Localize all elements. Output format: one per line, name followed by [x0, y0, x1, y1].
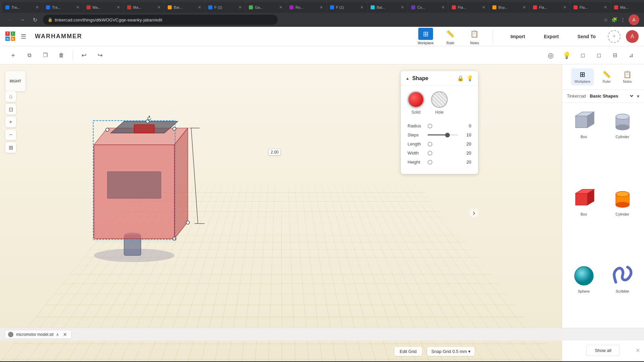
file-tag[interactable]: micromotor model.stl ∧ ✕ — [5, 330, 71, 339]
tab-0[interactable]: Tra...✕ — [2, 2, 42, 13]
mirror-tool[interactable]: ⊿ — [625, 49, 637, 62]
dimension-line — [191, 128, 198, 224]
panel-collapse-arrow[interactable]: › — [469, 208, 479, 218]
tab-13[interactable]: Fla...✕ — [530, 2, 570, 13]
align-tool[interactable]: ⊟ — [608, 49, 621, 62]
bookmark-icon[interactable]: ☆ — [604, 17, 608, 22]
workplane-panel-tab[interactable]: ⊞ Workplane — [571, 68, 594, 85]
handle-br[interactable] — [186, 221, 190, 224]
reload-button[interactable]: ↻ — [30, 17, 40, 23]
forward-button[interactable]: → — [17, 17, 27, 23]
tab-8[interactable]: F (1)✕ — [327, 2, 367, 13]
tab-4[interactable]: Bar...✕ — [164, 2, 205, 13]
logo-t: T — [5, 32, 10, 36]
tab-12[interactable]: Buy...✕ — [489, 2, 529, 13]
profile-avatar[interactable]: A — [629, 14, 639, 25]
ruler-panel-tab[interactable]: 📏 Ruler — [599, 68, 614, 85]
logo-k: K — [11, 37, 15, 41]
extensions-icon[interactable]: 🧩 — [611, 17, 617, 22]
back-button[interactable]: ← — [5, 17, 14, 23]
notes-panel-tab[interactable]: 📋 Notes — [620, 68, 635, 85]
width-input-circle[interactable] — [428, 151, 432, 156]
shape-item-box-grey[interactable]: Box — [565, 105, 603, 182]
user-avatar[interactable]: A — [626, 30, 639, 43]
tab-7[interactable]: Ro...✕ — [286, 2, 326, 13]
address-field[interactable]: 🔒 tinkercad.com/things/dtkWOGVCgqe-swank… — [43, 15, 278, 25]
camera-tool[interactable]: ◎ — [544, 49, 557, 62]
send-to-button[interactable]: Send To — [571, 31, 602, 42]
export-button[interactable]: Export — [537, 31, 565, 42]
handle-tr[interactable] — [173, 127, 176, 130]
notes-icon: 📋 — [467, 28, 482, 40]
snap-tool-right[interactable]: ◻ — [592, 49, 605, 62]
shape-item-scribble[interactable]: Scribble — [603, 260, 641, 337]
snap-grid-control[interactable]: Snap Grid 0.5 mm ▾ — [427, 347, 475, 356]
tab-10[interactable]: Co...✕ — [408, 2, 448, 13]
tab-9[interactable]: Bal...✕ — [367, 2, 408, 13]
handle-tl[interactable] — [106, 128, 109, 131]
show-all-button[interactable]: Show all — [586, 345, 620, 356]
logo-n: N — [5, 37, 10, 41]
category-select[interactable]: Basic Shapes — [589, 93, 634, 99]
length-input-circle[interactable] — [428, 142, 432, 146]
panel-collapse-icon[interactable]: ▲ — [406, 76, 410, 81]
shape-item-cylinder-orange[interactable]: Cylinder — [603, 183, 641, 259]
undo-button[interactable]: ↩ — [77, 49, 90, 62]
tab-6[interactable]: Ga...✕ — [246, 2, 286, 13]
scribble-icon — [609, 264, 636, 287]
3d-viewport[interactable]: RIGHT ⌂ ⊡ + − ⊞ — [0, 64, 562, 361]
home-view-button[interactable]: ⌂ — [5, 91, 16, 102]
height-input-circle[interactable] — [428, 160, 432, 165]
add-shape-button[interactable]: ＋ — [7, 49, 19, 62]
redo-button[interactable]: ↪ — [94, 49, 106, 62]
tab-11[interactable]: Fla...✕ — [448, 2, 489, 13]
tab-14[interactable]: Fla...✕ — [570, 2, 610, 13]
shape-item-sphere[interactable]: Sphere — [565, 260, 603, 337]
hole-option[interactable]: Hole — [431, 91, 448, 115]
solid-option[interactable]: Solid — [408, 91, 424, 115]
workplane-tool[interactable]: ⊞ Workplane — [418, 28, 434, 45]
tab-3[interactable]: Ma...✕ — [124, 2, 164, 13]
hamburger-menu[interactable]: ☰ — [21, 33, 26, 40]
settings-icon[interactable]: ⋮ — [621, 17, 625, 22]
edit-grid-button[interactable]: Edit Grid — [394, 347, 422, 356]
tab-1[interactable]: Tra...✕ — [43, 2, 83, 13]
workplane-tab-label: Workplane — [575, 80, 591, 83]
svg-marker-6 — [576, 193, 587, 205]
steps-value: 10 — [461, 132, 471, 137]
file-expand-icon[interactable]: ∧ — [56, 332, 59, 337]
bulb-icon[interactable]: 💡 — [467, 75, 473, 81]
orthographic-button[interactable]: ⊞ — [5, 142, 16, 153]
lock-icon[interactable]: 🔒 — [457, 75, 464, 81]
category-dropdown-icon[interactable]: ▾ — [637, 94, 639, 99]
notes-tool[interactable]: 📋 Notes — [467, 28, 482, 45]
close-panel-button[interactable]: ✕ — [636, 347, 640, 354]
ruler-tool[interactable]: 📏 Ruler — [443, 28, 458, 45]
snap-tool-left[interactable]: ◻ — [576, 49, 589, 62]
delete-button[interactable]: 🗑 — [55, 49, 68, 62]
workplane-tab-icon: ⊞ — [580, 70, 585, 78]
duplicate-button[interactable]: ❐ — [39, 49, 52, 62]
shape-item-box-red[interactable]: Box — [565, 183, 603, 259]
tab-5[interactable]: F (1)✕ — [205, 2, 245, 13]
add-collaborator-button[interactable]: + — [608, 30, 621, 43]
tab-15[interactable]: Ma...✕ — [611, 2, 644, 13]
fit-view-button[interactable]: ⊡ — [5, 104, 16, 115]
snap-grid-value: 0.5 mm — [452, 349, 467, 354]
steps-slider[interactable] — [428, 134, 458, 135]
shape-item-cylinder-grey[interactable]: Cylinder — [603, 105, 641, 182]
file-close-icon[interactable]: ✕ — [63, 332, 67, 337]
workplane-label: Workplane — [418, 41, 434, 45]
tab-2[interactable]: Ma...✕ — [83, 2, 123, 13]
radius-input-circle[interactable] — [428, 124, 432, 128]
zoom-out-button[interactable]: − — [5, 129, 16, 140]
light-tool[interactable]: 💡 — [560, 49, 573, 62]
status-bar: micromotor model.stl ∧ ✕ — [0, 328, 644, 341]
import-button[interactable]: Import — [504, 31, 532, 42]
3d-model-svg[interactable]: ↻ — [34, 78, 241, 265]
shapes-panel: ⊞ Workplane 📏 Ruler 📋 Notes Tinkercad Ba… — [562, 64, 644, 361]
paste-button[interactable]: ⧉ — [23, 49, 36, 62]
view-cube[interactable]: RIGHT — [5, 71, 25, 91]
zoom-in-button[interactable]: + — [5, 117, 16, 127]
shapes-grid: Box Cylinder — [562, 103, 644, 339]
